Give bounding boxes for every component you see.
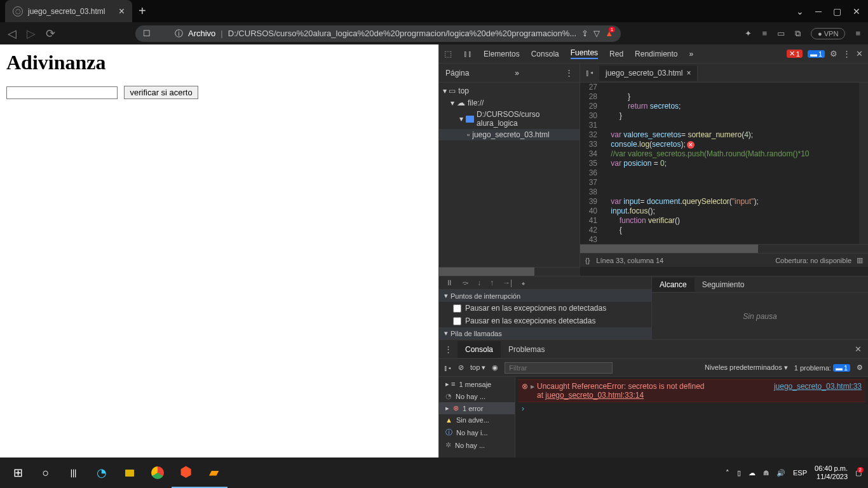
reload-icon[interactable]: ⟳ — [46, 27, 55, 41]
info-icon[interactable]: ⓘ — [175, 28, 183, 39]
close-drawer-icon[interactable]: ✕ — [848, 344, 868, 354]
step-into-icon[interactable]: ↓ — [477, 278, 481, 287]
tree-protocol[interactable]: ▾ ☁ file:// — [439, 97, 580, 109]
navigator-menu-icon[interactable]: ⋮ — [565, 68, 573, 78]
error-source-link[interactable]: juego_secreto_03.html:33 — [774, 382, 862, 400]
battery-icon[interactable]: ▯ — [737, 469, 741, 477]
tree-file[interactable]: ▫ juego_secreto_03.html — [439, 129, 580, 140]
deactivate-bp-icon[interactable]: ⬥ — [521, 278, 526, 287]
eye-icon[interactable]: ◉ — [492, 363, 498, 372]
console-prompt[interactable]: › — [518, 402, 865, 415]
minimize-icon[interactable]: ─ — [815, 6, 822, 17]
drawer-tab-problems[interactable]: Problemas — [501, 341, 552, 358]
errors-badge[interactable]: ✕ 1 — [787, 50, 803, 58]
file-nav-icon[interactable]: ⫿◂ — [580, 68, 599, 78]
tab-performance[interactable]: Rendimiento — [635, 50, 677, 58]
sublime-icon[interactable]: ▰ — [200, 458, 227, 488]
callstack-header[interactable]: ▾ Pila de llamadas — [439, 327, 651, 339]
step-over-icon[interactable]: ⤼ — [462, 278, 468, 287]
more-tabs-icon[interactable]: » — [689, 50, 693, 58]
breakpoints-header[interactable]: ▾ Puntos de interrupción — [439, 290, 651, 302]
tab-console[interactable]: Consola — [531, 50, 559, 58]
tab-elements[interactable]: Elementos — [484, 50, 520, 58]
tree-folder[interactable]: ▾ D:/CURSOS/curso alura_logica — [439, 109, 580, 129]
info-badge[interactable]: ▬ 1 — [808, 50, 825, 58]
notifications-icon[interactable]: ▢2 — [855, 469, 862, 477]
extensions-icon[interactable]: ✦ — [745, 29, 752, 38]
clock[interactable]: 06:40 p.m. 11/4/2023 — [815, 464, 848, 481]
tray-expand-icon[interactable]: ˄ — [726, 469, 729, 477]
navigator-more-icon[interactable]: » — [515, 69, 519, 78]
code-area[interactable]: 2728 }29 return secretos;30 }3132 var va… — [580, 83, 859, 244]
tab-network[interactable]: Red — [609, 50, 623, 58]
back-icon[interactable]: ◁ — [8, 27, 17, 41]
brave-shield-icon[interactable]: ▽ — [593, 29, 600, 38]
onedrive-icon[interactable]: ☁ — [749, 469, 756, 477]
url-box[interactable]: ☐ ⓘ Archivo | D:/CURSOS/curso%20alura_lo… — [135, 25, 621, 42]
pause-icon[interactable]: ⏸ — [445, 278, 453, 287]
scope-tab[interactable]: Alcance — [652, 278, 695, 292]
start-button[interactable]: ⊞ — [4, 458, 32, 488]
console-sidebar-icon[interactable]: ⫿◂ — [444, 364, 452, 372]
chrome-icon[interactable] — [144, 458, 172, 488]
kebab-icon[interactable]: ⋮ — [843, 49, 851, 58]
bookmark-icon[interactable]: ☐ — [143, 29, 151, 38]
inspect-icon[interactable]: ⬚ — [444, 49, 452, 58]
pip-icon[interactable]: ⧉ — [795, 29, 801, 39]
filter-input[interactable] — [505, 362, 613, 374]
editor-tab[interactable]: juego_secreto_03.html × — [599, 65, 698, 81]
side-no-verbose[interactable]: ✲ No hay ... — [439, 439, 515, 451]
console-gear-icon[interactable]: ⚙ — [857, 363, 863, 372]
playlist-icon[interactable]: ≡ — [762, 29, 767, 38]
maximize-icon[interactable]: ▢ — [833, 6, 841, 17]
levels-select[interactable]: Niveles predeterminados ▾ — [705, 363, 788, 372]
watch-tab[interactable]: Seguimiento — [695, 278, 752, 292]
error-message[interactable]: ⊗ ▸ Uncaught ReferenceError: secretos is… — [518, 379, 865, 402]
side-errors[interactable]: ▸ ⊗ 1 error — [439, 402, 515, 414]
braces-icon[interactable]: {} — [585, 257, 590, 264]
volume-icon[interactable]: 🔊 — [776, 469, 785, 477]
verify-button[interactable]: verificar si acerto — [124, 86, 198, 99]
editor-hscroll[interactable] — [580, 244, 868, 253]
wifi-icon[interactable]: ⋒ — [763, 469, 769, 477]
navigator-page[interactable]: Página — [445, 69, 469, 78]
chevron-down-icon[interactable]: ⌄ — [796, 6, 804, 17]
pause-caught-checkbox[interactable] — [453, 317, 461, 325]
side-messages[interactable]: ▸ ≡ 1 mensaje — [439, 378, 515, 390]
context-select[interactable]: top ▾ — [470, 363, 485, 372]
language-indicator[interactable]: ESP — [793, 469, 807, 477]
brave-icon[interactable]: ⬢ — [172, 458, 200, 488]
new-tab-button[interactable]: + — [132, 4, 153, 18]
gear-icon[interactable]: ⚙ — [830, 49, 837, 58]
wallet-icon[interactable]: ▭ — [777, 29, 785, 38]
vpn-button[interactable]: ● VPN — [811, 28, 845, 39]
console-menu-icon[interactable]: ⋮ — [439, 344, 458, 354]
side-no-info[interactable]: ⓘ No hay i... — [439, 426, 515, 439]
pause-uncaught-checkbox[interactable] — [453, 304, 461, 313]
close-tab-icon[interactable]: × — [119, 6, 125, 17]
guess-input[interactable] — [6, 86, 118, 99]
clear-console-icon[interactable]: ⊘ — [458, 363, 464, 372]
taskview-icon[interactable]: ⫼ — [60, 458, 88, 488]
share-icon[interactable]: ⇪ — [581, 29, 588, 38]
browser-tab[interactable]: ◌ juego_secreto_03.html × — [5, 0, 132, 22]
side-no-warn[interactable]: ▲ Sin adve... — [439, 414, 515, 426]
side-no-user[interactable]: ◔ No hay ... — [439, 390, 515, 402]
close-window-icon[interactable]: ✕ — [853, 6, 860, 17]
tree-top[interactable]: ▾ ▭ top — [439, 85, 580, 97]
coverage-icon[interactable]: ▥ — [857, 256, 863, 264]
nav-hscroll[interactable] — [439, 267, 580, 276]
search-icon[interactable]: ○ — [32, 458, 60, 488]
close-editor-tab-icon[interactable]: × — [686, 69, 691, 78]
edge-icon[interactable]: ◔ — [88, 458, 116, 488]
menu-icon[interactable]: ≡ — [855, 29, 860, 38]
tab-sources[interactable]: Fuentes — [571, 48, 598, 59]
problems-count[interactable]: 1 problema: ▬ 1 — [794, 364, 850, 372]
drawer-tab-console[interactable]: Consola — [458, 341, 501, 358]
step-out-icon[interactable]: ↑ — [490, 278, 494, 287]
brave-rewards-icon[interactable]: ▲1 — [605, 29, 613, 38]
editor-vscroll[interactable] — [859, 83, 868, 244]
close-devtools-icon[interactable]: ✕ — [856, 49, 863, 58]
explorer-icon[interactable] — [116, 458, 144, 488]
step-icon[interactable]: →| — [503, 278, 512, 287]
